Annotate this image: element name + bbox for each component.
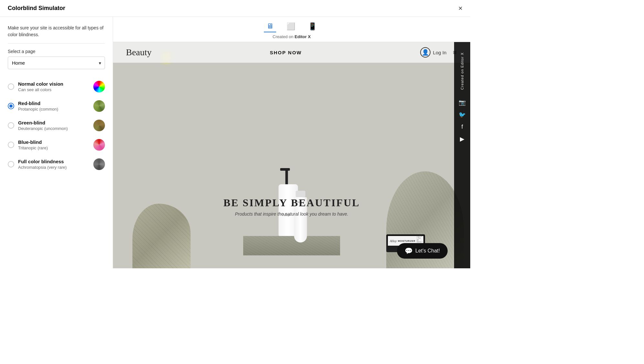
website-preview: Alloy Alloy Alloy MOISTURIZE <box>113 42 470 268</box>
editor-brand: Editor X <box>295 34 311 39</box>
device-icons: 🖥 ⬜ 📱 <box>264 21 319 32</box>
account-icon: 👤 <box>420 47 431 58</box>
hero-sub-text: Products that inspire the natural look y… <box>211 211 372 217</box>
app-header: Colorblind Simulator × <box>0 0 470 17</box>
instagram-icon[interactable]: 📷 <box>459 99 466 106</box>
vision-radio-full-blind[interactable] <box>8 161 14 167</box>
vision-option-green-blind[interactable]: Green-blind Deuteranopic (uncommon) <box>8 116 105 135</box>
jar-brand: Alloy <box>390 239 397 243</box>
editor-label-text: Created on <box>273 34 295 39</box>
youtube-icon[interactable]: ▶ <box>460 135 464 143</box>
vision-info-blue-blind: Blue-blind Tritanopic (rare) <box>18 139 89 150</box>
vision-option-red-blind[interactable]: Red-blind Protanopic (common) <box>8 96 105 116</box>
site-nav: Beauty SHOP NOW 👤 Log In ≡ <box>113 42 470 63</box>
vision-radio-normal[interactable] <box>8 83 14 90</box>
color-wheel-normal <box>93 81 105 92</box>
hero-text-block: BE SIMPLY BEAUTIFUL Products that inspir… <box>211 197 372 217</box>
vision-option-blue-blind[interactable]: Blue-blind Tritanopic (rare) <box>8 135 105 155</box>
sidebar-description: Make sure your site is accessible for al… <box>8 25 105 38</box>
twitter-icon[interactable]: 🐦 <box>459 111 466 118</box>
vision-info-red-blind: Red-blind Protanopic (common) <box>18 101 89 112</box>
site-container: Alloy Alloy Alloy MOISTURIZE <box>113 42 470 268</box>
site-nav-right: 👤 Log In ≡ <box>420 47 457 58</box>
color-wheel-full-blind <box>93 158 105 170</box>
vision-radio-red-blind[interactable] <box>8 103 14 109</box>
hero-background: Alloy Alloy Alloy MOISTURIZE <box>113 42 470 268</box>
vision-radio-blue-blind[interactable] <box>8 142 14 148</box>
vision-name-full-blind: Full color blindness <box>18 159 89 164</box>
chat-button-label: Let's Chat! <box>415 248 440 254</box>
vision-name-red-blind: Red-blind <box>18 101 89 106</box>
right-overlay-sidebar: Created on Editor X 📷 🐦 f ▶ <box>454 42 470 268</box>
tablet-icon[interactable]: ⬜ <box>284 21 298 32</box>
site-nav-shop[interactable]: SHOP NOW <box>270 50 302 55</box>
vision-info-normal: Normal color vision Can see all colors <box>18 81 89 92</box>
pump-nozzle <box>280 168 290 171</box>
stone-left <box>132 204 191 268</box>
site-logo: Beauty <box>126 47 151 58</box>
vision-name-green-blind: Green-blind <box>18 120 89 125</box>
hero-main-text: BE SIMPLY BEAUTIFUL <box>211 197 372 209</box>
nav-account[interactable]: 👤 Log In <box>420 47 447 58</box>
jar-product-type: MOISTURIZER <box>398 240 415 242</box>
overlay-editor-text: Created on Editor X <box>460 48 464 94</box>
color-wheel-blue-blind <box>93 139 105 151</box>
chat-bubble-icon: 💬 <box>405 247 413 255</box>
login-text: Log In <box>433 50 447 55</box>
page-select-wrapper[interactable]: Home About Shop Contact ▾ <box>8 57 105 69</box>
facebook-icon[interactable]: f <box>461 123 463 130</box>
sidebar: Make sure your site is accessible for al… <box>0 17 113 268</box>
vision-option-full-blind[interactable]: Full color blindness Achromatopsia (very… <box>8 155 105 174</box>
vision-desc-normal: Can see all colors <box>18 87 89 92</box>
vision-desc-red-blind: Protanopic (common) <box>18 107 89 112</box>
vision-desc-blue-blind: Tritanopic (rare) <box>18 145 89 150</box>
vision-desc-full-blind: Achromatopsia (very rare) <box>18 165 89 170</box>
mobile-icon[interactable]: 📱 <box>306 21 319 32</box>
vision-info-full-blind: Full color blindness Achromatopsia (very… <box>18 159 89 170</box>
select-page-label: Select a page <box>8 49 105 54</box>
preview-area: 🖥 ⬜ 📱 Created on Editor X <box>113 17 470 268</box>
chat-button[interactable]: 💬 Let's Chat! <box>397 243 448 259</box>
close-button[interactable]: × <box>458 5 462 12</box>
color-wheel-green-blind <box>93 120 105 131</box>
vision-name-normal: Normal color vision <box>18 81 89 87</box>
desktop-icon[interactable]: 🖥 <box>264 21 276 32</box>
sidebar-divider <box>8 43 105 44</box>
vision-info-green-blind: Green-blind Deuteranopic (uncommon) <box>18 120 89 131</box>
stone-platform <box>243 236 340 255</box>
vision-option-normal[interactable]: Normal color vision Can see all colors <box>8 77 105 96</box>
app-title: Colorblind Simulator <box>8 5 65 12</box>
main-layout: Make sure your site is accessible for al… <box>0 17 470 268</box>
page-select[interactable]: Home About Shop Contact <box>8 57 105 69</box>
editor-label: Created on Editor X <box>273 34 311 39</box>
device-bar: 🖥 ⬜ 📱 Created on Editor X <box>113 17 470 42</box>
vision-desc-green-blind: Deuteranopic (uncommon) <box>18 126 89 131</box>
color-wheel-red-blind <box>93 100 105 112</box>
vision-radio-green-blind[interactable] <box>8 122 14 129</box>
vision-name-blue-blind: Blue-blind <box>18 139 89 145</box>
